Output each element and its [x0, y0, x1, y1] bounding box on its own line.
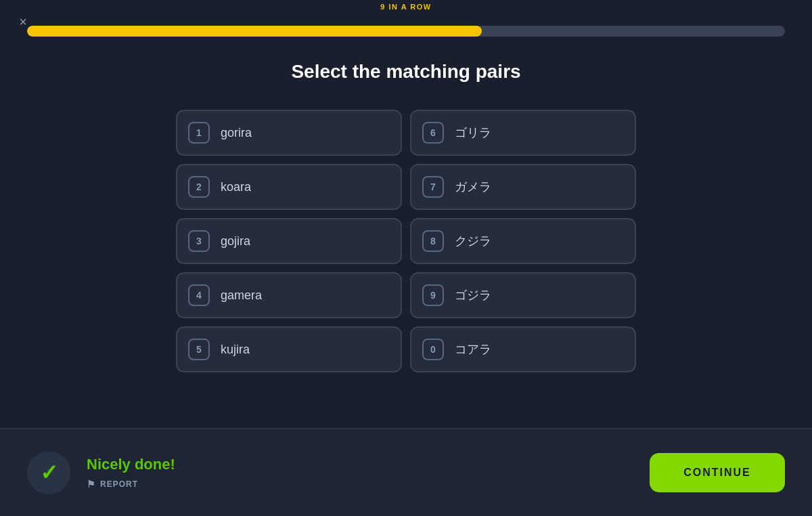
pair-number: 8 — [422, 230, 444, 252]
pair-text: コアラ — [455, 341, 491, 358]
list-item[interactable]: 6 ゴリラ — [410, 110, 636, 156]
list-item[interactable]: 1 gorira — [176, 110, 402, 156]
pair-text: ゴジラ — [455, 287, 491, 303]
feedback-title: Nicely done! — [87, 456, 650, 473]
close-button[interactable]: × — [14, 12, 32, 31]
close-icon: × — [19, 14, 27, 30]
list-item[interactable]: 3 gojira — [176, 218, 402, 264]
pair-text: gojira — [221, 234, 250, 249]
success-icon-container: ✓ — [27, 451, 70, 494]
pair-text: ゴリラ — [455, 125, 491, 141]
list-item[interactable]: 4 gamera — [176, 272, 402, 318]
pair-text: クジラ — [455, 233, 491, 249]
question-title: Select the matching pairs — [291, 61, 520, 83]
pair-text: kujira — [221, 343, 250, 357]
pairs-grid: 1 gorira 6 ゴリラ 2 koara 7 ガメラ 3 gojira 8 … — [176, 110, 636, 372]
report-label: REPORT — [100, 479, 138, 489]
list-item[interactable]: 7 ガメラ — [410, 164, 636, 210]
feedback-bar: ✓ Nicely done! ⚑ REPORT CONTINUE — [0, 428, 812, 516]
feedback-text-area: Nicely done! ⚑ REPORT — [87, 456, 650, 490]
pair-text: gorira — [221, 126, 252, 140]
pair-number: 2 — [188, 176, 210, 198]
pair-number: 4 — [188, 284, 210, 306]
pair-text: ガメラ — [455, 179, 491, 195]
streak-label: 9 IN A ROW — [380, 3, 431, 11]
list-item[interactable]: 9 ゴジラ — [410, 272, 636, 318]
pair-number: 5 — [188, 339, 210, 360]
pair-number: 1 — [188, 122, 210, 144]
list-item[interactable]: 5 kujira — [176, 326, 402, 372]
pair-number: 7 — [422, 176, 444, 198]
header: × 9 IN A ROW — [0, 0, 812, 41]
list-item[interactable]: 2 koara — [176, 164, 402, 210]
pair-number: 0 — [422, 339, 444, 360]
report-icon: ⚑ — [87, 479, 96, 490]
progress-bar-container — [27, 26, 785, 37]
list-item[interactable]: 0 コアラ — [410, 326, 636, 372]
checkmark-icon: ✓ — [40, 460, 58, 486]
pair-text: koara — [221, 180, 251, 194]
continue-button[interactable]: CONTINUE — [650, 453, 785, 492]
report-button[interactable]: ⚑ REPORT — [87, 479, 650, 490]
list-item[interactable]: 8 クジラ — [410, 218, 636, 264]
pair-text: gamera — [221, 288, 262, 303]
pair-number: 6 — [422, 122, 444, 144]
progress-bar-fill — [27, 26, 482, 37]
pair-number: 9 — [422, 284, 444, 306]
main-content: Select the matching pairs 1 gorira 6 ゴリラ… — [0, 41, 812, 386]
pair-number: 3 — [188, 230, 210, 252]
